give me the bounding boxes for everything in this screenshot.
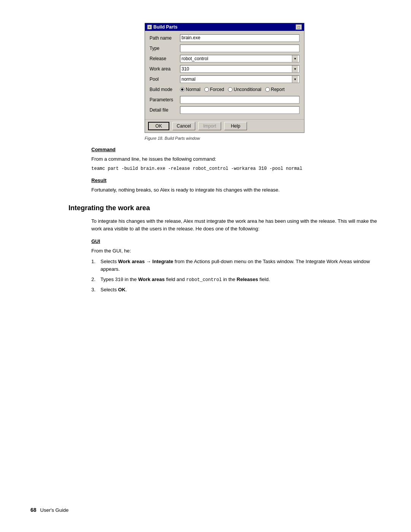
ok-button[interactable]: OK bbox=[148, 122, 169, 130]
type-input[interactable] bbox=[180, 45, 299, 52]
pool-row: Pool normal ▼ bbox=[150, 75, 299, 83]
step-3: 3. Selects OK. bbox=[91, 286, 381, 294]
pool-select[interactable]: normal ▼ bbox=[180, 75, 299, 83]
integrating-body: To integrate his changes with the releas… bbox=[91, 217, 381, 294]
footer-guide-label: User's Guide bbox=[40, 507, 69, 513]
close-button[interactable]: □ bbox=[296, 24, 302, 30]
release-label: Release bbox=[150, 56, 180, 61]
command-intro: From a command line, he issues the follo… bbox=[91, 155, 381, 163]
build-mode-label: Build mode bbox=[150, 87, 180, 92]
radio-normal[interactable]: Normal bbox=[180, 87, 201, 92]
release-select[interactable]: robot_control ▼ bbox=[180, 55, 299, 62]
pool-dropdown-arrow[interactable]: ▼ bbox=[292, 76, 298, 83]
work-area-select[interactable]: 310 ▼ bbox=[180, 65, 299, 73]
step-2-content: Types 310 in the Work areas field and ro… bbox=[100, 276, 381, 284]
step-3-num: 3. bbox=[91, 286, 98, 294]
page: ≡ Build Parts □ Path name brain.exe Type bbox=[0, 0, 411, 532]
path-name-row: Path name brain.exe bbox=[150, 34, 299, 42]
step-2-bold1: Work areas bbox=[138, 276, 165, 282]
radio-forced[interactable]: Forced bbox=[204, 87, 224, 92]
step-3-content: Selects OK. bbox=[100, 286, 381, 294]
release-row: Release robot_control ▼ bbox=[150, 54, 299, 63]
release-dropdown-arrow[interactable]: ▼ bbox=[292, 55, 298, 62]
cancel-button[interactable]: Cancel bbox=[172, 122, 195, 130]
work-area-row: Work area 310 ▼ bbox=[150, 65, 299, 73]
integrating-section: Integrating the work area To integrate h… bbox=[68, 204, 381, 294]
radio-normal-circle[interactable] bbox=[180, 87, 185, 92]
command-heading: Command bbox=[91, 147, 381, 152]
step-2: 2. Types 310 in the Work areas field and… bbox=[91, 276, 381, 284]
work-area-dropdown-arrow[interactable]: ▼ bbox=[292, 66, 298, 72]
step-1: 1. Selects Work areas → Integrate from t… bbox=[91, 258, 381, 274]
detail-file-label: Detail file bbox=[150, 107, 180, 113]
radio-forced-label: Forced bbox=[210, 87, 224, 92]
dialog-body: Path name brain.exe Type Release robot_c… bbox=[145, 31, 304, 119]
detail-file-row: Detail file bbox=[150, 106, 299, 114]
step-2-bold2: Releases bbox=[237, 276, 258, 282]
parameters-input[interactable] bbox=[180, 96, 299, 104]
type-row: Type bbox=[150, 44, 299, 53]
dialog-footer: OK Cancel Import Help bbox=[145, 119, 304, 133]
command-section: Command From a command line, he issues t… bbox=[91, 147, 381, 193]
help-button[interactable]: Help bbox=[224, 122, 247, 130]
radio-forced-circle[interactable] bbox=[204, 87, 209, 92]
parameters-row: Parameters bbox=[150, 96, 299, 104]
dialog-title: Build Parts bbox=[153, 24, 177, 30]
build-parts-dialog: ≡ Build Parts □ Path name brain.exe Type bbox=[145, 23, 304, 133]
dialog-container: ≡ Build Parts □ Path name brain.exe Type bbox=[68, 23, 381, 141]
build-mode-row: Build mode Normal Forced Unconditiona bbox=[150, 85, 299, 94]
step-1-bold: Work areas → Integrate bbox=[118, 259, 173, 264]
window-icon: ≡ bbox=[147, 25, 152, 29]
integrating-intro: To integrate his changes with the releas… bbox=[91, 217, 381, 232]
import-button[interactable]: Import bbox=[198, 122, 221, 130]
step-1-num: 1. bbox=[91, 258, 98, 274]
radio-unconditional-label: Unconditional bbox=[234, 87, 261, 92]
type-label: Type bbox=[150, 46, 180, 51]
dialog-titlebar: ≡ Build Parts □ bbox=[145, 23, 304, 31]
command-line: teamc part -build brain.exe -release rob… bbox=[91, 166, 381, 171]
integrating-heading: Integrating the work area bbox=[68, 204, 381, 212]
radio-report-label: Report bbox=[271, 87, 285, 92]
figure-caption: Figure 18. Build Parts window bbox=[145, 136, 304, 141]
step-2-code1: 310 bbox=[115, 277, 123, 283]
detail-file-input[interactable] bbox=[180, 106, 299, 114]
radio-normal-label: Normal bbox=[186, 87, 201, 92]
work-area-label: Work area bbox=[150, 66, 180, 72]
result-text: Fortunately, nothing breaks, so Alex is … bbox=[91, 186, 381, 194]
path-name-input[interactable]: brain.exe bbox=[180, 34, 299, 42]
step-2-num: 2. bbox=[91, 276, 98, 284]
radio-report[interactable]: Report bbox=[265, 87, 285, 92]
pool-label: Pool bbox=[150, 77, 180, 82]
gui-intro: From the GUI, he: bbox=[91, 247, 381, 255]
radio-report-circle[interactable] bbox=[265, 87, 270, 92]
page-footer: 68 User's Guide bbox=[30, 507, 68, 513]
step-3-bold: OK bbox=[118, 287, 126, 292]
build-mode-radio-group: Normal Forced Unconditional Report bbox=[180, 87, 299, 92]
gui-heading: GUI bbox=[91, 238, 381, 244]
step-2-code2: robot_control bbox=[186, 277, 222, 283]
parameters-label: Parameters bbox=[150, 97, 180, 102]
result-heading: Result bbox=[91, 177, 381, 183]
radio-unconditional[interactable]: Unconditional bbox=[228, 87, 261, 92]
footer-page-number: 68 bbox=[30, 507, 37, 513]
path-name-label: Path name bbox=[150, 35, 180, 41]
radio-unconditional-circle[interactable] bbox=[228, 87, 233, 92]
titlebar-left: ≡ Build Parts bbox=[147, 24, 177, 30]
step-1-content: Selects Work areas → Integrate from the … bbox=[100, 258, 381, 274]
